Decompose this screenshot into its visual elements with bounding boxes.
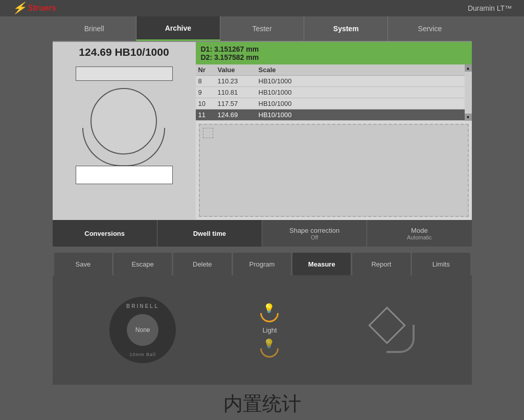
toolbar-bottom: Conversions Dwell time Shape correction … [53, 220, 472, 247]
controls-area: BRINELL None 10mm Ball 💡 Light 💡 [53, 275, 472, 385]
program-button[interactable]: Program [233, 253, 291, 275]
wheel-top-text: BRINELL [126, 303, 159, 309]
light-label: Light [262, 326, 277, 334]
light-on-button[interactable]: 💡 [259, 303, 280, 322]
logo: ⚡ Struers [12, 2, 56, 15]
measure-button[interactable]: Measure [292, 253, 351, 275]
col-value: Value [218, 66, 259, 74]
tab-archive[interactable]: Archive [136, 16, 220, 41]
scroll-up-btn[interactable]: ▲ [465, 64, 472, 72]
header: ⚡ Struers Duramin LT™ [0, 0, 524, 16]
light-controls: 💡 Light 💡 [259, 303, 280, 358]
light-off-button[interactable]: 💡 [259, 338, 280, 358]
table-row[interactable]: 8 110.23 HB10/1000 [196, 76, 465, 87]
escape-button[interactable]: Escape [113, 253, 172, 275]
tab-brinell[interactable]: Brinell [53, 16, 136, 41]
wheel-center-label: None [135, 326, 150, 334]
footer: 内置统计 [0, 385, 524, 420]
specimen-panel: 124.69 HB10/1000 [53, 42, 196, 220]
indent-preview [203, 128, 213, 138]
specimen-diagram [68, 62, 180, 190]
table-area: Nr Value Scale 8 110.23 HB10/1000 9 110.… [196, 64, 472, 121]
table-header: Nr Value Scale [196, 64, 465, 76]
table-row-selected[interactable]: 11 124.69 HB10/1000 [196, 109, 465, 121]
measurements-header: D1: 3.151267 mm D2: 3.157582 mm [196, 42, 472, 64]
tab-service[interactable]: Service [388, 16, 471, 41]
table-container: Nr Value Scale 8 110.23 HB10/1000 9 110.… [196, 64, 465, 121]
d1-measurement: D1: 3.151267 mm [201, 45, 467, 53]
content-area: 124.69 HB10/1000 D1: 3.151267 mm D2: 3.1… [53, 42, 472, 220]
control-arm [363, 307, 415, 353]
logo-bolt-icon: ⚡ [12, 2, 26, 15]
scrollbar[interactable]: ▲ ▼ [465, 64, 472, 121]
light-on-icon: 💡 [259, 303, 280, 322]
footer-text: 内置统计 [223, 393, 301, 414]
limits-button[interactable]: Limits [412, 253, 470, 275]
specimen-top-rect [76, 67, 173, 81]
save-button[interactable]: Save [54, 253, 112, 275]
delete-button[interactable]: Delete [173, 253, 232, 275]
conversions-btn[interactable]: Conversions [53, 220, 157, 247]
data-panel: D1: 3.151267 mm D2: 3.157582 mm Nr Value… [196, 42, 472, 220]
nav-tabs: Brinell Archive Tester System Service [53, 16, 472, 42]
col-nr: Nr [198, 66, 218, 74]
dwell-time-btn[interactable]: Dwell time [157, 220, 262, 247]
wheel-inner-circle: None [127, 314, 158, 346]
device-title: Duramin LT™ [468, 4, 512, 12]
lower-data-area [199, 124, 469, 217]
logo-text: Struers [28, 4, 56, 13]
diamond-control[interactable] [363, 307, 415, 353]
tab-tester[interactable]: Tester [220, 16, 304, 41]
wheel-bottom-text: 10mm Ball [129, 352, 156, 357]
spacer [53, 247, 472, 253]
scroll-down-btn[interactable]: ▼ [465, 114, 472, 121]
light-off-icon: 💡 [259, 338, 280, 358]
report-button[interactable]: Report [352, 253, 411, 275]
specimen-bottom-rect [76, 166, 173, 184]
col-scale: Scale [259, 66, 462, 74]
tab-system[interactable]: System [304, 16, 388, 41]
hardness-value: 124.69 HB10/1000 [79, 46, 169, 58]
mode-btn[interactable]: Mode Automatic [367, 220, 471, 247]
control-handle-arc [386, 325, 415, 353]
shape-correction-btn[interactable]: Shape correction Off [262, 220, 367, 247]
table-row[interactable]: 9 110.81 HB10/1000 [196, 87, 465, 98]
action-row: Save Escape Delete Program Measure Repor… [53, 253, 472, 275]
specimen-indent-arc [82, 128, 165, 166]
table-row[interactable]: 10 117.57 HB10/1000 [196, 98, 465, 109]
d2-measurement: D2: 3.157582 mm [201, 53, 467, 61]
brinell-wheel[interactable]: BRINELL None 10mm Ball [109, 297, 176, 363]
scroll-track [465, 72, 472, 114]
